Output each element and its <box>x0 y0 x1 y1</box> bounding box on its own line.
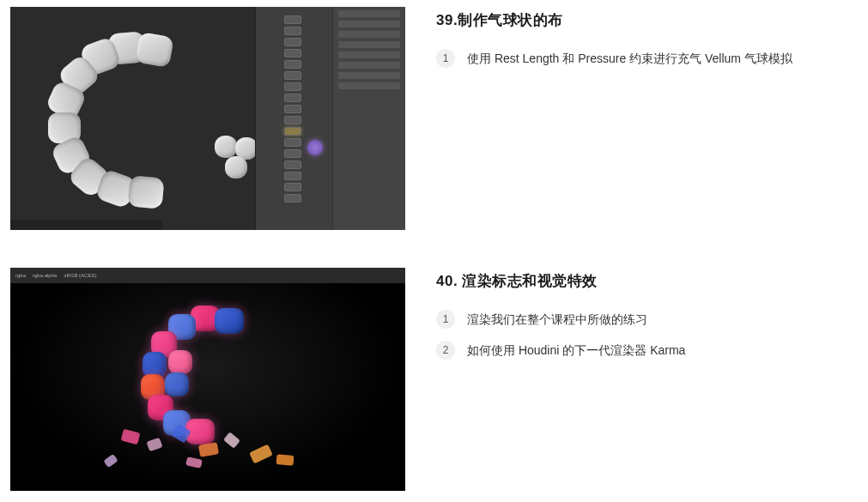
list-number-badge: 1 <box>436 49 455 68</box>
section-39-title: 39.制作气球状的布 <box>436 10 858 30</box>
node-panel <box>255 7 405 230</box>
parameters-panel <box>332 7 405 230</box>
list-number-badge: 2 <box>436 341 455 360</box>
list-item: 1 渲染我们在整个课程中所做的练习 <box>436 310 858 329</box>
section-40: rgba rgba.alpha sRGB (ACES) <box>10 268 858 491</box>
list-item-text: 使用 Rest Length 和 Pressure 约束进行充气 Vellum … <box>467 50 792 68</box>
balloon-c-shape-gray <box>47 33 219 204</box>
node-graph <box>282 15 303 221</box>
colorspace-label: sRGB (ACES) <box>64 273 96 278</box>
section-40-content: 40. 渲染标志和视觉特效 1 渲染我们在整个课程中所做的练习 2 如何使用 H… <box>436 268 858 491</box>
viewport-statusbar <box>10 220 162 230</box>
section-39-content: 39.制作气球状的布 1 使用 Rest Length 和 Pressure 约… <box>436 7 858 230</box>
list-item-text: 如何使用 Houdini 的下一代渲染器 Karma <box>467 342 685 360</box>
list-number-badge: 1 <box>436 310 455 329</box>
render-viewport <box>10 283 405 491</box>
section-39: 39.制作气球状的布 1 使用 Rest Length 和 Pressure 约… <box>10 7 858 230</box>
render-view-topbar: rgba rgba.alpha sRGB (ACES) <box>10 268 405 283</box>
list-item: 2 如何使用 Houdini 的下一代渲染器 Karma <box>436 341 858 360</box>
thumbnail-39 <box>10 7 405 230</box>
node-highlight-icon <box>307 140 323 155</box>
list-item: 1 使用 Rest Length 和 Pressure 约束进行充气 Vellu… <box>436 49 858 68</box>
thumbnail-40: rgba rgba.alpha sRGB (ACES) <box>10 268 405 491</box>
section-40-title: 40. 渲染标志和视觉特效 <box>436 271 858 291</box>
list-item-text: 渲染我们在整个课程中所做的练习 <box>467 311 647 329</box>
render-debris <box>88 422 328 474</box>
channel-alpha: rgba.alpha <box>33 273 57 278</box>
channel-rgba: rgba <box>15 273 26 278</box>
viewport-3d <box>10 7 255 230</box>
